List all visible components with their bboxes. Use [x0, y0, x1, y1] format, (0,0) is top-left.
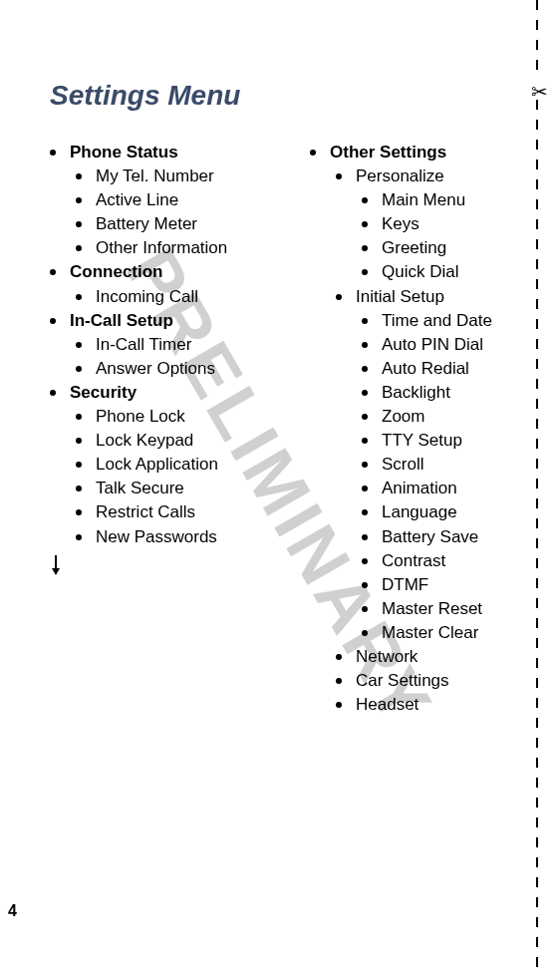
list-item-text: Car Settings — [356, 670, 449, 692]
list-item-text: Auto Redial — [382, 358, 469, 380]
bullet-icon — [76, 486, 82, 491]
list-item: Personalize — [336, 165, 540, 187]
list-item-text: Connection — [70, 261, 163, 283]
bullet-icon — [76, 173, 82, 179]
list-item-text: Talk Secure — [96, 478, 184, 499]
list-item: Security — [50, 382, 280, 404]
list-item: New Passwords — [76, 526, 280, 548]
list-item-text: New Passwords — [96, 526, 217, 548]
list-item-text: Phone Status — [70, 142, 178, 163]
list-item: Network — [336, 646, 540, 668]
list-item-text: Initial Setup — [356, 286, 444, 308]
list-item: Phone Lock — [76, 406, 280, 428]
list-item: Headset — [336, 694, 540, 716]
list-item-text: Restrict Calls — [96, 501, 195, 523]
bullet-icon — [336, 173, 342, 179]
list-item: Master Clear — [362, 622, 540, 644]
list-item-text: Lock Keypad — [96, 430, 193, 452]
list-item-text: Scroll — [382, 454, 424, 476]
list-item: In-Call Setup — [50, 310, 280, 332]
bullet-icon — [50, 269, 56, 275]
bullet-icon — [362, 558, 368, 564]
bullet-icon — [362, 390, 368, 396]
list-item-text: Greeting — [382, 237, 446, 259]
list-item: My Tel. Number — [76, 165, 280, 187]
bullet-icon — [76, 342, 82, 348]
list-item: Lock Application — [76, 454, 280, 476]
list-item-text: Phone Lock — [96, 406, 185, 428]
cut-line — [536, 0, 538, 975]
list-item: Auto PIN Dial — [362, 334, 540, 356]
list-item: Talk Secure — [76, 478, 280, 499]
page-title: Settings Menu — [50, 80, 540, 112]
bullet-icon — [362, 366, 368, 372]
bullet-icon — [76, 366, 82, 372]
list-item-text: Other Settings — [330, 142, 446, 163]
bullet-icon — [362, 606, 368, 612]
bullet-icon — [76, 438, 82, 444]
list-item: In-Call Timer — [76, 334, 280, 356]
list-item-text: In-Call Timer — [96, 334, 191, 356]
list-item: Answer Options — [76, 358, 280, 380]
list-item-text: My Tel. Number — [96, 165, 214, 187]
list-item: Other Information — [76, 237, 280, 259]
list-item: Contrast — [362, 550, 540, 572]
list-item: Scroll — [362, 454, 540, 476]
list-item-text: Time and Date — [382, 310, 492, 332]
bullet-icon — [362, 414, 368, 420]
list-item-text: Quick Dial — [382, 261, 458, 283]
list-item-text: Personalize — [356, 165, 444, 187]
bullet-icon — [336, 678, 342, 684]
bullet-icon — [76, 534, 82, 540]
bullet-icon — [362, 534, 368, 540]
list-item-text: Master Reset — [382, 598, 482, 620]
list-item: Car Settings — [336, 670, 540, 692]
list-item: Connection — [50, 261, 280, 283]
list-item-text: Security — [70, 382, 137, 404]
list-item-text: In-Call Setup — [70, 310, 173, 332]
bullet-icon — [50, 318, 56, 324]
list-item-text: Master Clear — [382, 622, 478, 644]
list-item: Auto Redial — [362, 358, 540, 380]
page-content: Settings Menu Phone StatusMy Tel. Number… — [0, 0, 560, 738]
list-item: Quick Dial — [362, 261, 540, 283]
list-item: Zoom — [362, 406, 540, 428]
bullet-icon — [76, 414, 82, 420]
bullet-icon — [362, 509, 368, 515]
list-item: Other Settings — [310, 142, 540, 163]
bullet-icon — [362, 269, 368, 275]
bullet-icon — [50, 390, 56, 396]
bullet-icon — [362, 221, 368, 227]
list-item-text: Active Line — [96, 189, 178, 211]
page-number: 4 — [8, 902, 17, 920]
list-item-text: Keys — [382, 213, 420, 235]
columns-container: Phone StatusMy Tel. NumberActive LineBat… — [50, 142, 540, 718]
bullet-icon — [362, 630, 368, 636]
list-item-text: Backlight — [382, 382, 450, 404]
list-item: Main Menu — [362, 189, 540, 211]
list-item-text: Main Menu — [382, 189, 465, 211]
bullet-icon — [76, 197, 82, 203]
list-item: Animation — [362, 478, 540, 499]
bullet-icon — [362, 486, 368, 491]
bullet-icon — [362, 438, 368, 444]
list-item: Master Reset — [362, 598, 540, 620]
list-item: Language — [362, 501, 540, 523]
list-item-text: Language — [382, 501, 457, 523]
bullet-icon — [362, 462, 368, 468]
list-item-text: Auto PIN Dial — [382, 334, 483, 356]
list-item-text: Incoming Call — [96, 286, 198, 308]
list-item-text: Animation — [382, 478, 457, 499]
bullet-icon — [76, 462, 82, 468]
list-item: Battery Save — [362, 526, 540, 548]
list-item-text: Battery Save — [382, 526, 478, 548]
bullet-icon — [76, 245, 82, 251]
right-column: Other SettingsPersonalizeMain MenuKeysGr… — [310, 142, 540, 718]
list-item: Keys — [362, 213, 540, 235]
bullet-icon — [76, 509, 82, 515]
list-item-text: Zoom — [382, 406, 424, 428]
bullet-icon — [362, 245, 368, 251]
bullet-icon — [336, 702, 342, 708]
list-item-text: Answer Options — [96, 358, 215, 380]
list-item-text: DTMF — [382, 574, 428, 596]
